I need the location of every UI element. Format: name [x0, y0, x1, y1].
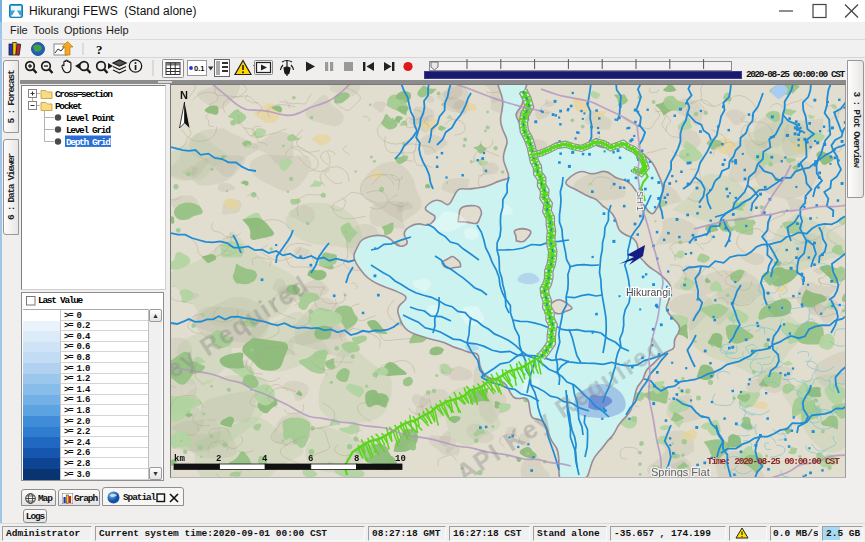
svg-text:Springs Flat: Springs Flat: [651, 466, 710, 477]
svg-text:6: 6: [308, 454, 313, 464]
svg-text:2: 2: [216, 454, 221, 464]
svg-text:N: N: [180, 89, 188, 101]
svg-text:10: 10: [395, 454, 406, 464]
svg-text:0.1: 0.1: [194, 64, 204, 73]
svg-text:?: ?: [96, 42, 103, 57]
svg-text:SH 1: SH 1: [635, 191, 645, 211]
svg-text:Hikurangi: Hikurangi: [626, 286, 670, 298]
svg-text:2020-08-25 00:00:00 CST: 2020-08-25 00:00:00 CST: [746, 69, 846, 80]
svg-text:km: km: [174, 454, 185, 464]
svg-text:8: 8: [354, 454, 359, 464]
svg-text:4: 4: [262, 454, 268, 464]
svg-text:Time: 2020-08-25 00:00:00 CST: Time: 2020-08-25 00:00:00 CST: [707, 456, 840, 467]
